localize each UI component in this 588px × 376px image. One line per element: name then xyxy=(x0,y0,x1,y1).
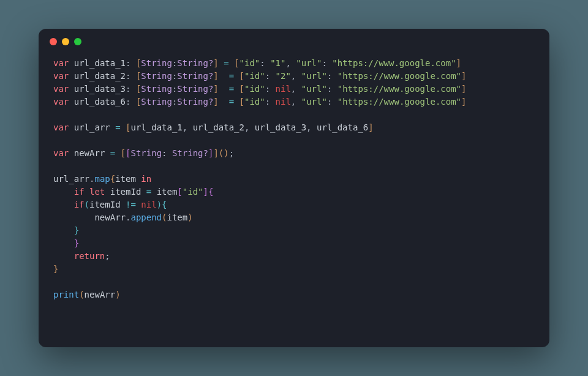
line-1: var url_data_1: [String:String?] = ["id"… xyxy=(53,58,461,68)
line-6: var url_arr = [url_data_1, url_data_2, u… xyxy=(53,122,374,132)
close-icon[interactable] xyxy=(50,38,57,45)
line-11: if let itemId = item["id"]{ xyxy=(53,187,213,197)
line-8: var newArr = [[String: String?]](); xyxy=(53,148,234,158)
zoom-icon[interactable] xyxy=(74,38,81,45)
line-15: } xyxy=(53,238,79,248)
line-19: print(newArr) xyxy=(53,290,121,299)
line-12: if(itemId != nil){ xyxy=(53,200,167,209)
code-block: var url_data_1: [String:String?] = ["id"… xyxy=(39,55,549,314)
line-10: url_arr.map{item in xyxy=(53,174,151,184)
line-2: var url_data_2: [String:String?] = ["id"… xyxy=(53,71,466,81)
line-17: } xyxy=(53,264,58,274)
line-3: var url_data_3: [String:String?] = ["id"… xyxy=(53,84,466,94)
line-4: var url_data_6: [String:String?] = ["id"… xyxy=(53,97,466,107)
minimize-icon[interactable] xyxy=(62,38,69,45)
line-16: return; xyxy=(53,251,110,261)
code-window: var url_data_1: [String:String?] = ["id"… xyxy=(39,29,549,347)
titlebar xyxy=(39,29,549,55)
line-14: } xyxy=(53,225,79,235)
line-13: newArr.append(item) xyxy=(53,212,193,222)
